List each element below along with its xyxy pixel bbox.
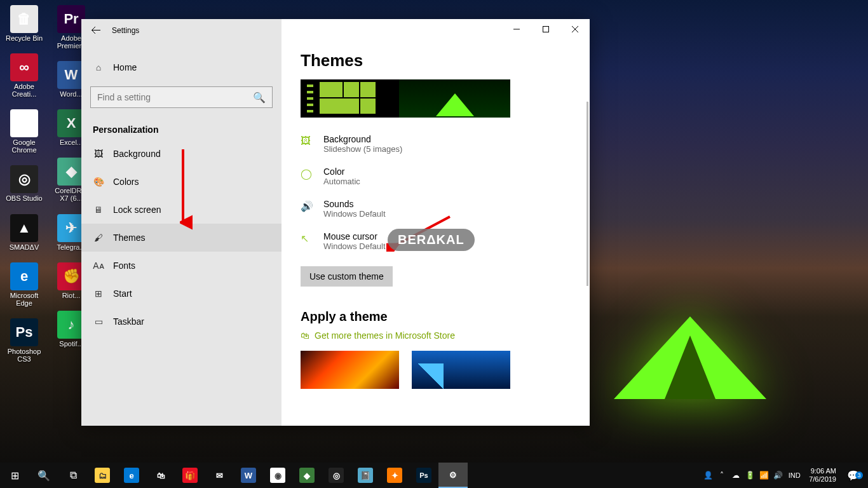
row-title: Color [323, 166, 360, 177]
theme-preview[interactable] [301, 79, 510, 118]
search-input[interactable] [97, 92, 249, 102]
theme-row-background[interactable]: 🖼 Background Slideshow (5 images) [301, 134, 571, 154]
start-button[interactable]: ⊞ [0, 463, 29, 488]
search-button[interactable]: 🔍 [29, 463, 58, 488]
taskbar-app-store[interactable]: 🛍 [146, 463, 175, 488]
tray-wifi-icon[interactable]: 📶 [757, 471, 771, 480]
watermark: BERΔKAL [388, 229, 475, 251]
app-label: Google Chrome [4, 139, 44, 154]
sidebar-item-themes[interactable]: 🖌Themes [81, 224, 281, 252]
taskbar-app-mail[interactable]: ✉ [205, 463, 234, 488]
section-header: Personalization [81, 114, 281, 140]
tray-onedrive-icon[interactable]: ☁ [729, 471, 743, 480]
desktop-icon[interactable]: eMicrosoft Edge [4, 262, 44, 307]
theme-row-sounds[interactable]: 🔊 Sounds Windows Default [301, 199, 571, 219]
desktop-icon[interactable]: ▲SMADΔV [4, 214, 44, 251]
home-icon: ⌂ [93, 62, 104, 72]
task-view-button[interactable]: ⧉ [58, 463, 88, 488]
nav-label: Fonts [113, 261, 135, 271]
nav-label: Start [113, 288, 132, 299]
desktop-icon[interactable]: 🗑Recycle Bin [4, 5, 44, 42]
cursor-icon: ↖ [301, 233, 313, 245]
sidebar-item-lock-screen[interactable]: 🖥Lock screen [81, 196, 281, 224]
taskbar-app-settings[interactable]: ⚙ [438, 463, 468, 488]
svg-rect-1 [543, 27, 549, 32]
nav-icon: 🖼 [93, 149, 104, 159]
nav-icon: ▭ [93, 316, 104, 327]
sidebar-item-fonts[interactable]: AᴀFonts [81, 252, 281, 280]
desktop-icon[interactable]: ∞Adobe Creati... [4, 53, 44, 98]
app-label: SMADΔV [10, 243, 39, 251]
clock-time: 9:06 AM [809, 467, 836, 475]
settings-window: 🡠 Settings ⌂ Home 🔍 Personalization 🖼Bac… [81, 19, 590, 426]
use-custom-theme-button[interactable]: Use custom theme [301, 266, 393, 287]
taskbar-app-obs[interactable]: ◎ [322, 463, 351, 488]
close-button[interactable] [560, 19, 590, 39]
nav-icon: 🎨 [93, 177, 104, 187]
app-label: Microsoft Edge [4, 292, 44, 307]
taskbar-app-corel[interactable]: ◆ [292, 463, 322, 488]
nav-icon: Aᴀ [93, 261, 104, 271]
nav-icon: ⊞ [93, 288, 104, 299]
clock-date: 7/6/2019 [809, 475, 836, 484]
nav-icon: 🖥 [93, 205, 104, 215]
minimize-button[interactable] [502, 19, 531, 39]
tray-clock[interactable]: 9:06 AM 7/6/2019 [804, 467, 841, 484]
nav-home-label: Home [113, 62, 137, 72]
app-label: Excel... [60, 139, 83, 146]
nav-label: Themes [113, 233, 146, 243]
settings-sidebar: 🡠 Settings ⌂ Home 🔍 Personalization 🖼Bac… [81, 19, 281, 426]
app-icon: ∞ [10, 53, 38, 81]
action-center-button[interactable]: 💬3 [841, 470, 865, 482]
taskbar-app-photoshop[interactable]: Ps [409, 463, 438, 488]
desktop-icon[interactable]: ◉Google Chrome [4, 109, 44, 154]
nav-label: Taskbar [113, 316, 144, 327]
sidebar-item-start[interactable]: ⊞Start [81, 280, 281, 308]
taskbar-app-explorer[interactable]: 🗂 [88, 463, 117, 488]
tray-chevron-icon[interactable]: ˄ [715, 471, 729, 480]
window-title: Settings [112, 26, 139, 35]
sidebar-item-background[interactable]: 🖼Background [81, 140, 281, 168]
maximize-button[interactable] [531, 19, 560, 39]
tray-volume-icon[interactable]: 🔊 [771, 471, 785, 480]
apply-theme-header: Apply a theme [301, 309, 571, 324]
row-sub: Slideshow (5 images) [323, 144, 402, 154]
app-icon: e [10, 262, 38, 290]
row-sub: Windows Default [323, 209, 386, 219]
nav-label: Colors [113, 177, 139, 187]
store-link-label: Get more themes in Microsoft Store [315, 330, 455, 341]
tray-people-icon[interactable]: 👤 [701, 471, 715, 480]
palette-icon: ◯ [301, 168, 313, 180]
theme-thumb-2[interactable] [412, 351, 510, 389]
taskbar-app-notes[interactable]: 📓 [351, 463, 380, 488]
search-box[interactable]: 🔍 [90, 86, 273, 108]
store-link[interactable]: 🛍 Get more themes in Microsoft Store [301, 330, 571, 341]
theme-row-color[interactable]: ◯ Color Automatic [301, 166, 571, 186]
tray-battery-icon[interactable]: 🔋 [743, 471, 757, 480]
theme-thumb-1[interactable] [301, 351, 399, 389]
nav-home[interactable]: ⌂ Home [81, 55, 281, 80]
sidebar-item-colors[interactable]: 🎨Colors [81, 168, 281, 196]
taskbar-app-gift[interactable]: 🎁 [175, 463, 205, 488]
app-icon: ◎ [10, 165, 38, 193]
app-label: Recycle Bin [6, 34, 43, 42]
app-label: Riot... [62, 292, 81, 299]
row-sub: Windows Default [323, 241, 386, 251]
taskbar-app-edge[interactable]: e [117, 463, 146, 488]
tray-language[interactable]: IND [785, 471, 804, 479]
taskbar-app-chrome[interactable]: ◉ [263, 463, 292, 488]
desktop-icon[interactable]: PsPhotoshop CS3 [4, 318, 44, 363]
sidebar-item-taskbar[interactable]: ▭Taskbar [81, 308, 281, 336]
back-button[interactable]: 🡠 [86, 21, 105, 40]
nav-label: Background [113, 149, 161, 159]
taskbar-app-freemake[interactable]: ✦ [380, 463, 409, 488]
store-icon: 🛍 [301, 330, 309, 341]
row-title: Mouse cursor [323, 231, 386, 241]
picture-icon: 🖼 [301, 135, 313, 148]
scrollbar[interactable] [587, 102, 588, 286]
app-icon: ▲ [10, 214, 38, 242]
desktop-icon[interactable]: ◎OBS Studio [4, 165, 44, 202]
app-label: Adobe Creati... [4, 83, 44, 98]
taskbar-app-word[interactable]: W [234, 463, 263, 488]
search-icon: 🔍 [253, 92, 266, 104]
